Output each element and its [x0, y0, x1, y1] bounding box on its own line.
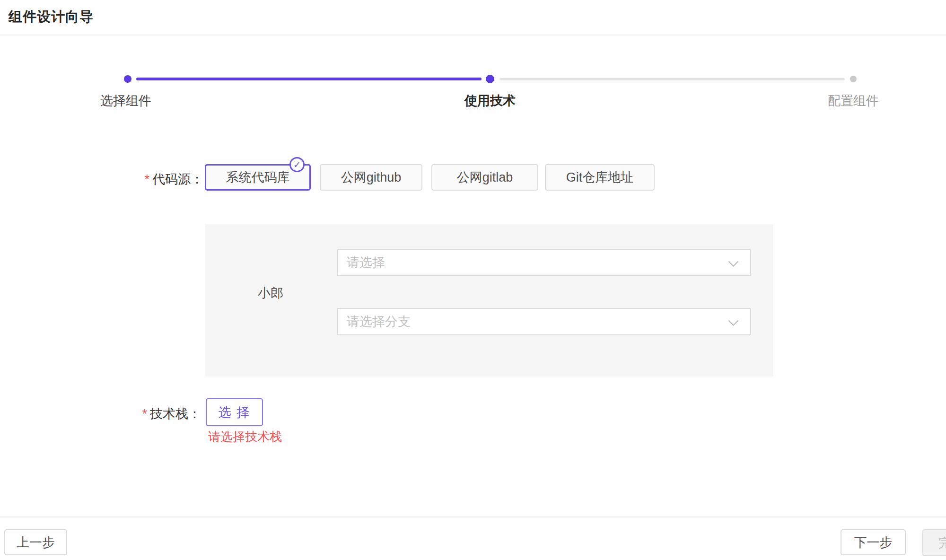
- progress-line-active: [136, 78, 482, 80]
- tech-stack-label: 技术栈：: [150, 407, 201, 421]
- chevron-down-icon: [728, 316, 738, 326]
- code-source-option-label: 公网gitlab: [457, 169, 513, 186]
- step-dot-done: [124, 75, 131, 83]
- code-source-label: 代码源：: [152, 172, 203, 186]
- footer-divider: [0, 516, 946, 517]
- next-step-label: 下一步: [854, 534, 893, 551]
- code-source-option-label: 系统代码库: [226, 169, 290, 186]
- step-dot-current: [486, 75, 494, 83]
- code-source-option-git-url[interactable]: Git仓库地址: [545, 164, 655, 191]
- next-step-button[interactable]: 下一步: [841, 529, 906, 555]
- tech-stack-choose-button[interactable]: 选 择: [206, 398, 263, 426]
- tech-stack-label-row: *技术栈：: [47, 405, 201, 422]
- chevron-down-icon: [728, 257, 738, 267]
- step-label-configure-component: 配置组件: [782, 92, 924, 109]
- tech-stack-error-message: 请选择技术栈: [208, 429, 282, 445]
- progress-line-pending: [499, 78, 845, 80]
- branch-select-placeholder: 请选择分支: [347, 313, 411, 330]
- code-source-option-github[interactable]: 公网github: [320, 164, 422, 191]
- required-asterisk: *: [142, 407, 147, 421]
- code-source-option-label: 公网github: [341, 169, 402, 186]
- prev-step-button[interactable]: 上一步: [4, 529, 67, 555]
- step-label-use-technology: 使用技术: [419, 92, 561, 109]
- code-source-label-row: *代码源：: [47, 171, 203, 188]
- repo-owner-label: 小郎: [258, 285, 283, 302]
- selected-check-badge: ✓: [289, 157, 305, 172]
- required-asterisk: *: [144, 172, 149, 186]
- step-dot-pending: [850, 76, 857, 82]
- page-header: 组件设计向导: [0, 0, 946, 35]
- finish-button-disabled[interactable]: 完成: [922, 529, 946, 556]
- step-label-select-component: 选择组件: [55, 92, 197, 109]
- finish-label: 完成: [938, 534, 946, 551]
- wizard-page: 组件设计向导 选择组件 使用技术 配置组件 *代码源： 系统代码库 ✓ 公网gi…: [0, 0, 946, 560]
- repo-select[interactable]: 请选择: [337, 249, 751, 276]
- check-icon: ✓: [293, 160, 301, 169]
- repo-panel: 小郎 请选择 请选择分支: [205, 224, 773, 376]
- repo-select-placeholder: 请选择: [347, 254, 385, 271]
- page-title: 组件设计向导: [9, 8, 94, 26]
- code-source-option-label: Git仓库地址: [566, 169, 634, 186]
- branch-select[interactable]: 请选择分支: [337, 308, 751, 335]
- prev-step-label: 上一步: [17, 534, 55, 551]
- choose-button-label: 选 择: [219, 404, 251, 421]
- code-source-option-gitlab[interactable]: 公网gitlab: [431, 164, 538, 191]
